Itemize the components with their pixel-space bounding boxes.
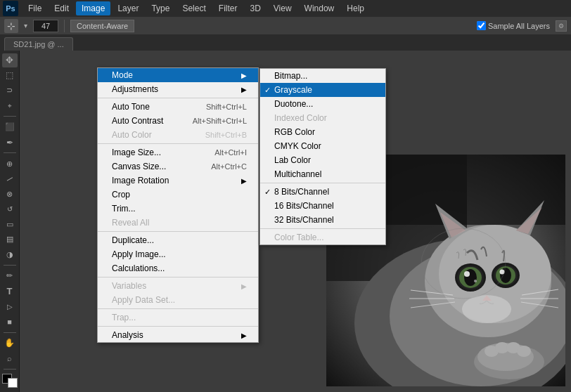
canvas-size-label: Canvas Size... — [112, 162, 166, 171]
submenu-16bit[interactable]: 16 Bits/Channel — [260, 199, 385, 213]
eraser-tool[interactable]: ▭ — [2, 218, 18, 232]
submenu-duotone[interactable]: Duotone... — [260, 97, 385, 111]
menu-item-duplicate[interactable]: Duplicate... — [98, 233, 258, 247]
submenu-multichannel-label: Multichannel — [274, 169, 321, 179]
menu-item-auto-tone[interactable]: Auto Tone Shift+Ctrl+L — [98, 100, 258, 114]
gradient-icon: ▤ — [6, 235, 13, 244]
menu-file[interactable]: File — [23, 1, 47, 15]
gradient-tool[interactable]: ▤ — [2, 233, 18, 247]
canvas-size-shortcut: Alt+Ctrl+C — [211, 162, 247, 171]
submenu-bitmap[interactable]: Bitmap... — [260, 69, 385, 83]
analysis-arrow: ▶ — [241, 332, 247, 339]
mode-separator-1 — [260, 183, 385, 183]
menu-view[interactable]: View — [268, 1, 297, 15]
submenu-cmyk-label: CMYK Color — [274, 141, 321, 151]
submenu-color-table-label: Color Table... — [274, 233, 323, 242]
menu-item-mode[interactable]: Mode ▶ Bitmap... ✓ Grayscale Duotone... — [98, 68, 258, 82]
spot-heal-icon: ⊕ — [6, 159, 13, 169]
divider1 — [64, 20, 65, 32]
menu-item-image-rotation[interactable]: Image Rotation ▶ — [98, 174, 258, 188]
toolbar-separator-2 — [4, 152, 16, 153]
quick-select-tool[interactable]: ⌖ — [2, 99, 18, 113]
move-tool[interactable]: ✥ — [2, 53, 18, 67]
brush-icon: / — [5, 174, 13, 183]
shape-tool[interactable]: ■ — [2, 315, 18, 329]
menu-item-trim[interactable]: Trim... — [98, 202, 258, 216]
content-aware-button[interactable]: Content-Aware — [70, 20, 134, 32]
menu-item-calculations[interactable]: Calculations... — [98, 261, 258, 275]
hand-tool[interactable]: ✋ — [2, 336, 18, 350]
crop-icon: ⬛ — [5, 122, 15, 131]
pen-tool[interactable]: ✏ — [2, 269, 18, 283]
type-tool[interactable]: T — [2, 285, 18, 299]
marquee-tool[interactable]: ⬚ — [2, 69, 18, 83]
menu-item-variables[interactable]: Variables ▶ — [98, 279, 258, 293]
menu-item-adjustments[interactable]: Adjustments ▶ — [98, 82, 258, 96]
menu-item-analysis[interactable]: Analysis ▶ — [98, 328, 258, 342]
history-brush-tool[interactable]: ↺ — [2, 202, 18, 216]
lasso-tool[interactable]: ⊃ — [2, 84, 18, 98]
submenu-rgb[interactable]: RGB Color — [260, 125, 385, 139]
rotation-arrow: ▶ — [241, 177, 247, 185]
menu-item-trap[interactable]: Trap... — [98, 311, 258, 325]
menu-item-apply-image[interactable]: Apply Image... — [98, 247, 258, 261]
menu-filter[interactable]: Filter — [213, 1, 243, 15]
menu-item-mode-label: Mode — [112, 70, 133, 80]
menu-layer[interactable]: Layer — [112, 1, 144, 15]
settings-icon[interactable]: ⚙ — [556, 20, 567, 32]
submenu-color-table[interactable]: Color Table... — [260, 230, 385, 244]
submenu-grayscale[interactable]: ✓ Grayscale — [260, 83, 385, 97]
menu-select[interactable]: Select — [177, 1, 211, 15]
path-select-tool[interactable]: ▷ — [2, 299, 18, 313]
img-separator-2 — [98, 143, 258, 144]
img-separator-5 — [98, 308, 258, 309]
menu-item-image-size[interactable]: Image Size... Alt+Ctrl+I — [98, 145, 258, 159]
ps-logo-text: Ps — [6, 4, 15, 13]
background-color[interactable] — [8, 378, 18, 388]
tab-bar: SD21.jpg @ ... — [0, 35, 571, 51]
duplicate-label: Duplicate... — [112, 235, 154, 245]
tool-icon-display: ⊹ — [4, 19, 18, 33]
sample-all-layers-container: Sample All Layers — [477, 21, 550, 30]
variables-label: Variables — [112, 281, 146, 291]
menu-3d[interactable]: 3D — [244, 1, 266, 15]
sample-all-layers-checkbox[interactable] — [477, 21, 486, 30]
menu-window[interactable]: Window — [299, 1, 340, 15]
color-swatches[interactable] — [2, 374, 18, 388]
menu-item-auto-contrast[interactable]: Auto Contrast Alt+Shift+Ctrl+L — [98, 114, 258, 128]
eyedropper-tool[interactable]: ✒ — [2, 136, 18, 150]
menu-type[interactable]: Type — [146, 1, 175, 15]
brush-tool[interactable]: / — [2, 172, 18, 186]
submenu-cmyk[interactable]: CMYK Color — [260, 139, 385, 153]
submenu-32bit[interactable]: 32 Bits/Channel — [260, 213, 385, 227]
tool-size-input[interactable] — [33, 20, 58, 32]
menu-image[interactable]: Image — [76, 1, 110, 15]
left-toolbar: ✥ ⬚ ⊃ ⌖ ⬛ ✒ ⊕ / ⊗ ↺ ▭ — [0, 51, 20, 392]
eyedropper-icon: ✒ — [6, 138, 13, 148]
img-separator-1 — [98, 98, 258, 98]
reveal-all-label: Reveal All — [112, 218, 149, 228]
submenu-indexed-color[interactable]: Indexed Color — [260, 111, 385, 125]
grayscale-checkmark: ✓ — [264, 86, 271, 95]
spot-heal-tool[interactable]: ⊕ — [2, 157, 18, 171]
menu-help[interactable]: Help — [341, 1, 370, 15]
zoom-tool[interactable]: ⌕ — [2, 351, 18, 365]
menu-item-apply-data-set[interactable]: Apply Data Set... — [98, 293, 258, 307]
submenu-lab[interactable]: Lab Color — [260, 153, 385, 167]
menu-item-canvas-size[interactable]: Canvas Size... Alt+Ctrl+C — [98, 159, 258, 174]
clone-tool[interactable]: ⊗ — [2, 187, 18, 201]
clone-icon: ⊗ — [6, 190, 13, 199]
marquee-icon: ⬚ — [6, 70, 13, 80]
menu-item-auto-color[interactable]: Auto Color Shift+Ctrl+B — [98, 128, 258, 142]
document-tab[interactable]: SD21.jpg @ ... — [4, 37, 73, 51]
submenu-8bit[interactable]: ✓ 8 Bits/Channel — [260, 185, 385, 199]
crop-tool[interactable]: ⬛ — [2, 120, 18, 134]
submenu-lab-label: Lab Color — [274, 155, 311, 165]
dodge-tool[interactable]: ◑ — [2, 248, 18, 262]
menu-item-reveal-all[interactable]: Reveal All — [98, 216, 258, 230]
path-select-icon: ▷ — [7, 303, 13, 311]
img-separator-4 — [98, 277, 258, 277]
menu-edit[interactable]: Edit — [49, 1, 75, 15]
menu-item-crop[interactable]: Crop — [98, 188, 258, 202]
submenu-multichannel[interactable]: Multichannel — [260, 167, 385, 181]
